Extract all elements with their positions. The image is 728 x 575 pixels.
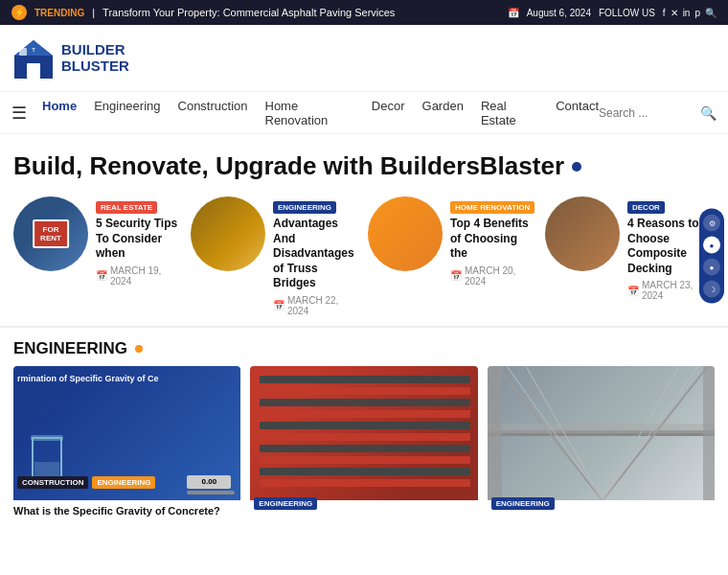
trending-date-icon: 📅 <box>508 8 519 18</box>
gravity-text: rmination of Specific Gravity of Ce <box>17 374 222 383</box>
calendar-icon-2: 📅 <box>450 270 462 281</box>
trending-label: TRENDING <box>34 8 84 18</box>
twitter-icon[interactable]: ✕ <box>671 8 678 18</box>
featured-title-1: Advantages And Disadvantages of Truss Br… <box>273 217 358 291</box>
trending-icon: ⚡ <box>11 5 27 20</box>
svg-rect-16 <box>260 468 470 475</box>
nav-links: Home Engineering Construction Home Renov… <box>42 99 599 127</box>
slider-moon-icon[interactable]: ☽ <box>703 281 720 298</box>
svg-rect-8 <box>260 376 470 383</box>
slider-controls: ⚙ ● ● ☽ <box>699 209 724 304</box>
featured-section: FORRENT REAL ESTATE 5 Security Tips To C… <box>0 187 728 326</box>
featured-date-2: 📅 MARCH 20, 2024 <box>450 265 535 287</box>
nav-contact[interactable]: Contact <box>556 99 599 127</box>
svg-rect-7 <box>31 435 63 441</box>
grid-card-1[interactable]: ENGINEERING <box>250 366 477 518</box>
featured-title-0: 5 Security Tips To Consider when <box>96 217 181 262</box>
slider-settings-icon[interactable]: ⚙ <box>703 215 720 232</box>
nav-engineering[interactable]: Engineering <box>94 99 160 127</box>
badge-home-renovation: HOME RENOVATION <box>450 201 535 214</box>
svg-rect-15 <box>260 456 470 464</box>
logo-text: BUILDER BLUSTER <box>61 42 129 74</box>
featured-title-2: Top 4 Benefits of Choosing the <box>450 217 535 262</box>
search-input[interactable] <box>599 106 694 120</box>
social-icons: f ✕ in p 🔍 <box>663 8 717 18</box>
trending-date: August 6, 2024 <box>527 8 591 18</box>
hamburger-icon[interactable]: ☰ <box>11 103 27 124</box>
facebook-icon[interactable]: f <box>663 8 666 18</box>
badge-decor: DECOR <box>627 201 665 214</box>
calendar-icon-3: 📅 <box>627 286 639 296</box>
logo-icon: T <box>11 36 56 80</box>
calendar-icon-0: 📅 <box>96 270 107 281</box>
svg-text:T: T <box>32 47 34 53</box>
nav-search[interactable]: 🔍 <box>599 105 717 121</box>
grid-card-0[interactable]: rmination of Specific Gravity of Ce 0.00… <box>13 366 240 518</box>
grid-card-2[interactable]: ENGINEERING <box>488 366 715 518</box>
for-rent-sign: FORRENT <box>33 219 69 248</box>
grid-img-1 <box>250 366 477 500</box>
nav-real-estate[interactable]: Real Estate <box>481 99 538 127</box>
engineering-section-header: ENGINEERING <box>0 326 728 366</box>
engineering-section-title: ENGINEERING <box>13 339 127 358</box>
header: T BUILDER BLUSTER <box>0 25 728 92</box>
logo[interactable]: T BUILDER BLUSTER <box>11 36 129 80</box>
nav-construction[interactable]: Construction <box>178 99 248 127</box>
grid-badges-1: ENGINEERING <box>254 497 317 510</box>
badge-real-estate: REAL ESTATE <box>96 201 157 214</box>
featured-content-0: REAL ESTATE 5 Security Tips To Consider … <box>96 196 181 287</box>
search-icon[interactable]: 🔍 <box>700 105 717 121</box>
trending-article[interactable]: Transform Your Property: Commercial Asph… <box>102 7 395 18</box>
trending-bar: ⚡ TRENDING | Transform Your Property: Co… <box>0 0 728 25</box>
pinterest-icon[interactable]: p <box>694 8 700 18</box>
trending-left: ⚡ TRENDING | Transform Your Property: Co… <box>11 5 395 20</box>
calendar-icon-1: 📅 <box>273 300 284 310</box>
featured-img-3 <box>545 196 620 271</box>
engineering-section-dot <box>135 345 143 353</box>
featured-card-0[interactable]: FORRENT REAL ESTATE 5 Security Tips To C… <box>13 196 191 316</box>
svg-rect-12 <box>260 422 470 429</box>
badge-engineering-1: ENGINEERING <box>273 201 336 214</box>
featured-date-0: 📅 MARCH 19, 2024 <box>96 265 181 287</box>
search-social-icon[interactable]: 🔍 <box>705 8 717 18</box>
trending-separator: | <box>92 7 95 18</box>
nav-decor[interactable]: Decor <box>372 99 405 127</box>
badge-construction-0: CONSTRUCTION <box>17 476 88 489</box>
svg-rect-25 <box>488 424 715 433</box>
hero-dot <box>572 162 581 172</box>
featured-img-1 <box>191 196 265 271</box>
hero-title: Build, Renovate, Upgrade with BuildersBl… <box>13 151 715 181</box>
hero: Build, Renovate, Upgrade with BuildersBl… <box>0 134 728 187</box>
svg-rect-26 <box>488 366 502 500</box>
featured-content-2: HOME RENOVATION Top 4 Benefits of Choosi… <box>450 196 535 287</box>
grid-card-title-0: What is the Specific Gravity of Concrete… <box>13 500 240 518</box>
featured-date-1: 📅 MARCH 22, 2024 <box>273 295 358 316</box>
svg-rect-1 <box>27 63 40 79</box>
linkedin-icon[interactable]: in <box>683 8 691 18</box>
grid-badges-2: ENGINEERING <box>491 497 555 510</box>
bridge-icon <box>488 366 715 500</box>
trending-right: 📅 August 6, 2024 FOLLOW US f ✕ in p 🔍 <box>508 8 717 18</box>
badge-engineering-1: ENGINEERING <box>254 497 317 510</box>
featured-img-2 <box>368 196 443 271</box>
svg-rect-14 <box>260 445 470 452</box>
slider-dot-2[interactable]: ● <box>703 259 720 276</box>
featured-card-2[interactable]: HOME RENOVATION Top 4 Benefits of Choosi… <box>368 196 545 316</box>
svg-rect-11 <box>260 410 470 418</box>
nav-home-renovation[interactable]: Home Renovation <box>265 99 354 127</box>
svg-rect-13 <box>260 433 470 441</box>
featured-content-1: ENGINEERING Advantages And Disadvantages… <box>273 196 358 316</box>
badge-engineering-0: ENGINEERING <box>92 476 155 489</box>
nav-garden[interactable]: Garden <box>422 99 464 127</box>
server-rack-icon <box>250 366 477 500</box>
slider-dot-1[interactable]: ● <box>703 237 720 254</box>
follow-label: FOLLOW US <box>599 8 655 18</box>
featured-card-1[interactable]: ENGINEERING Advantages And Disadvantages… <box>191 196 368 316</box>
featured-card-3[interactable]: DECOR 4 Reasons to Choose Composite Deck… <box>545 196 722 316</box>
svg-rect-3 <box>19 48 27 56</box>
grid-badges-0: CONSTRUCTION ENGINEERING <box>17 476 155 489</box>
nav-home[interactable]: Home <box>42 99 77 127</box>
svg-rect-9 <box>260 387 470 395</box>
svg-rect-27 <box>703 366 715 500</box>
nav: ☰ Home Engineering Construction Home Ren… <box>0 92 728 134</box>
